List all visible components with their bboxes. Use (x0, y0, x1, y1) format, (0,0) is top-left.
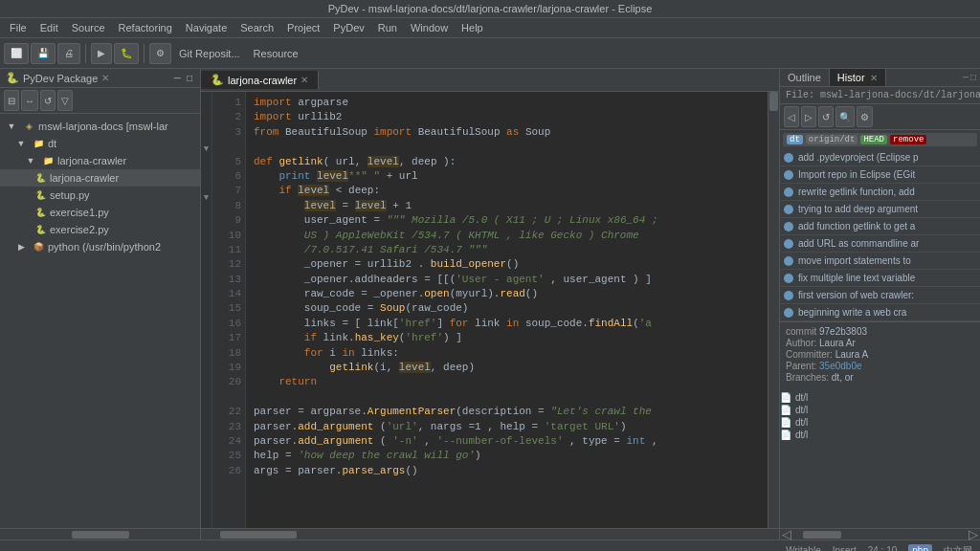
menu-help[interactable]: Help (456, 20, 489, 35)
file-setup-icon: 🐍 (33, 187, 48, 203)
git-refresh-btn[interactable]: ↺ (818, 106, 834, 127)
git-back-btn[interactable]: ◁ (784, 106, 799, 127)
tree-item-crawler-file[interactable]: 🐍 larjona-crawler (0, 169, 200, 187)
commit-text-10: beginning write a web cra (798, 306, 906, 319)
right-hscroll[interactable]: ◁ ▷ (780, 528, 980, 540)
minimize-left-btn[interactable]: ─ (172, 73, 183, 83)
menu-window[interactable]: Window (405, 20, 454, 35)
commit-item-10[interactable]: beginning write a web cra (780, 304, 980, 321)
history-tab-close[interactable]: ✕ (870, 73, 878, 83)
commit-item-8[interactable]: fix multiple line text variable (780, 270, 980, 287)
file-icon-3: 📄 (780, 417, 791, 428)
status-right: Writable Insert 24 : 10 php 中文网 (786, 544, 972, 552)
fold-5[interactable]: ▼ (201, 143, 212, 156)
parent-link[interactable]: 35e0db0e (819, 361, 862, 371)
fold-9[interactable]: ▼ (201, 192, 212, 205)
editor-tab-close-icon[interactable]: ✕ (301, 75, 308, 85)
git-file-4[interactable]: 📄 dt/l (780, 429, 980, 441)
tree-item-ex2[interactable]: 🐍 exercise2.py (0, 221, 200, 238)
code-line-24: parser.add_argument ( '-n' , '--number-o… (254, 434, 760, 449)
editor-hscroll[interactable] (201, 528, 779, 540)
commit-item-3[interactable]: rewrite getlink function, add (780, 184, 980, 201)
line-num-13: 13 (212, 273, 241, 287)
maximize-left-btn[interactable]: □ (185, 73, 194, 83)
editor-vscroll[interactable] (768, 92, 779, 528)
menu-search[interactable]: Search (234, 20, 279, 35)
tree-item-python[interactable]: ▶ 📦 python (/usr/bin/python2 (0, 238, 200, 255)
menu-file[interactable]: File (4, 20, 33, 35)
save-button[interactable]: 💾 (31, 43, 56, 64)
menu-project[interactable]: Project (281, 20, 325, 35)
line-num-17: 17 (212, 331, 241, 345)
expand-icon-dt: ▼ (13, 136, 29, 151)
commit-item-9[interactable]: first version of web crawler: (780, 287, 980, 304)
git-file-1[interactable]: 📄 dt/l (780, 391, 980, 404)
menu-pydev[interactable]: PyDev (327, 20, 369, 35)
code-line-17: if link.has_key('href') ] (254, 331, 760, 345)
status-bar: Writable Insert 24 : 10 php 中文网 (0, 540, 980, 551)
toolbar: ⬜ 💾 🖨 ▶ 🐛 ⚙ Git Reposit... Resource (0, 38, 980, 69)
right-maximize-btn[interactable]: □ (970, 73, 976, 83)
tree-item-root[interactable]: ▼ ◈ mswl-larjona-docs [mswl-lar (0, 118, 200, 135)
menu-refactoring[interactable]: Refactoring (113, 20, 178, 35)
fold-4 (201, 132, 212, 144)
right-scroll-left-btn[interactable]: ◁ (780, 527, 793, 541)
line-num-4 (212, 140, 241, 154)
insert-mode: Insert (833, 545, 857, 551)
menu-edit[interactable]: Edit (34, 20, 64, 35)
line-num-23: 23 (212, 420, 241, 434)
writable-status: Writable (786, 545, 821, 551)
refresh-btn[interactable]: ↺ (40, 90, 56, 111)
commit-item-7[interactable]: move import statements to (780, 253, 980, 270)
right-minimize-btn[interactable]: ─ (963, 73, 969, 83)
commit-text-2: Import repo in Eclipse (EGit (798, 168, 915, 181)
author-row: Author: Laura Ar (786, 338, 974, 348)
commit-item-2[interactable]: Import repo in Eclipse (EGit (780, 166, 980, 184)
menu-bar: File Edit Source Refactoring Navigate Se… (0, 18, 980, 38)
new-button[interactable]: ⬜ (4, 43, 29, 64)
git-file-2[interactable]: 📄 dt/l (780, 404, 980, 416)
editor-tab-crawler[interactable]: 🐍 larjona-crawler ✕ (201, 71, 319, 89)
outline-tab[interactable]: Outline (780, 69, 830, 86)
code-content[interactable]: import argparse import urllib2 from Beau… (246, 92, 768, 528)
git-button[interactable]: ⚙ (149, 43, 171, 64)
menu-navigate[interactable]: Navigate (180, 20, 233, 35)
commit-item-1[interactable]: add .pydevproject (Eclipse p (780, 149, 980, 166)
git-file-3[interactable]: 📄 dt/l (780, 416, 980, 429)
print-button[interactable]: 🖨 (57, 43, 80, 64)
debug-button[interactable]: 🐛 (114, 43, 139, 64)
toolbar-group-2: ▶ 🐛 (91, 43, 139, 64)
pydev-package-icon: 🐍 (6, 72, 19, 84)
line-num-19: 19 (212, 361, 241, 375)
menu-run[interactable]: Run (372, 20, 403, 35)
right-scroll-right-btn[interactable]: ▷ (967, 527, 980, 541)
editor-tab-bar: 🐍 larjona-crawler ✕ (201, 69, 779, 92)
commit-text-8: fix multiple line text variable (798, 272, 915, 284)
link-editor-btn[interactable]: ↔ (21, 90, 38, 111)
file-name-3: dt/l (795, 417, 808, 428)
tree-item-ex1[interactable]: 🐍 exercise1.py (0, 204, 200, 221)
right-tab-bar: Outline Histor ✕ ─ □ (780, 69, 980, 87)
filter-btn[interactable]: ▽ (57, 90, 73, 111)
menu-source[interactable]: Source (66, 20, 111, 35)
left-panel-scrollbar[interactable] (0, 528, 200, 540)
tree-item-setup[interactable]: 🐍 setup.py (0, 187, 200, 204)
toolbar-sep-1 (85, 44, 86, 63)
git-search-btn[interactable]: 🔍 (835, 106, 855, 127)
run-button[interactable]: ▶ (91, 43, 112, 64)
git-forward-btn[interactable]: ▷ (801, 106, 816, 127)
line-num-20: 20 (212, 375, 241, 389)
git-config-btn[interactable]: ⚙ (857, 106, 873, 127)
commit-item-4[interactable]: trying to add deep argument (780, 201, 980, 218)
remove-badge: remove (890, 135, 926, 144)
commit-dot-4 (784, 205, 793, 214)
commit-item-5[interactable]: add function getlink to get a (780, 218, 980, 235)
collapse-all-btn[interactable]: ⊟ (4, 90, 19, 111)
line-num-14: 14 (212, 287, 241, 301)
commit-item-6[interactable]: add URL as commandline ar (780, 235, 980, 253)
right-panel-controls: ─ □ (963, 69, 980, 86)
tree-item-larjona[interactable]: ▼ 📁 larjona-crawler (0, 152, 200, 169)
git-changed-files: 📄 dt/l 📄 dt/l 📄 dt/l 📄 dt/l (780, 391, 980, 441)
history-tab[interactable]: Histor ✕ (830, 69, 886, 86)
tree-item-dt[interactable]: ▼ 📁 dt (0, 135, 200, 152)
